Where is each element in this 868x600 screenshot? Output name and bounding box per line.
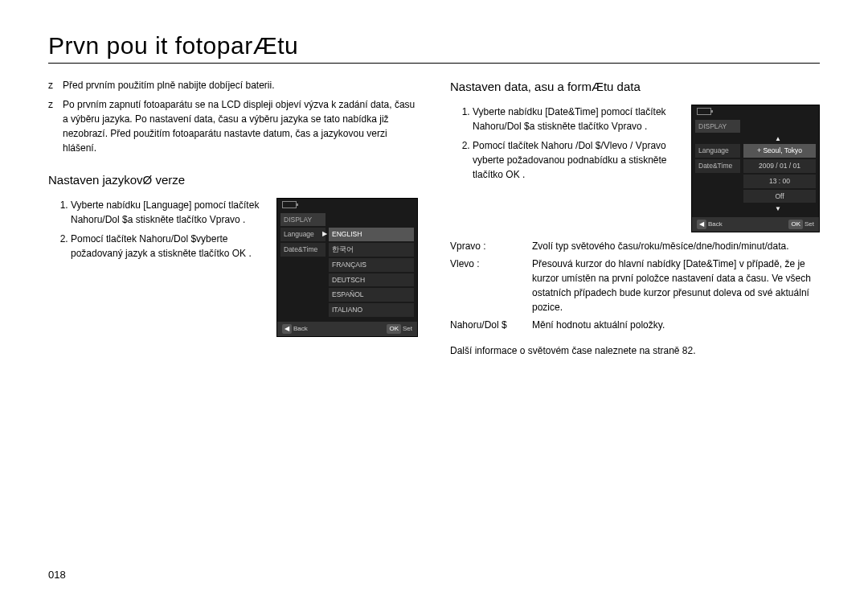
lcd-foot-left: ◀Back [697,220,723,229]
arrow-right-icon: ▶ [322,229,327,239]
direction-table: Vpravo : Zvolí typ světového času/roku/m… [450,239,820,332]
left-content-row: Vyberte nabídku [Language] pomocí tlačít… [48,198,418,337]
lcd-foot-left: ◀Back [282,324,308,334]
lcd-row-value: 한국어 [329,243,414,257]
kv-key: Vpravo : [450,239,522,253]
lcd-row-label: Language [280,228,326,241]
lcd-footer: ◀Back OKSet [692,217,819,232]
left-steps: Vyberte nabídku [Language] pomocí tlačít… [48,198,264,265]
right-content-row: Vyberte nabídku [Date&Time] pomocí tlačí… [450,105,820,233]
kv-row: Vpravo : Zvolí typ světového času/roku/m… [450,239,820,253]
kv-val: Zvolí typ světového času/roku/měsíce/dne… [532,239,820,253]
right-subhead: Nastaven data, asu a formÆtu data [450,78,820,97]
lcd-foot-right: OKSet [788,220,814,229]
kv-row: Nahoru/Dol $ Mění hodnotu aktuální polož… [450,318,820,332]
page-number: 018 [48,569,66,581]
right-column: Nastaven data, asu a formÆtu data Vybert… [450,78,820,358]
lcd-statusbar [277,199,417,212]
lcd-row-value: 13 : 00 [743,175,816,188]
left-subhead: Nastaven jazykovØ verze [48,171,418,190]
page: Prvn pou it fotoparÆtu z Před prvním pou… [0,0,868,600]
lcd-row-value: ▶ENGLISH [329,228,414,241]
lcd-row-label: Language [695,144,740,158]
lcd-heading: DISPLAY [280,213,326,227]
lcd-row-value: Off [743,190,816,203]
triangle-up-icon: ▲ [695,134,816,144]
footnote: Další informace o světovém čase naleznet… [450,343,820,358]
lcd-footer: ◀Back OKSet [277,322,417,336]
right-steps: Vyberte nabídku [Date&Time] pomocí tlačí… [450,105,678,187]
intro-item-2: z Po prvním zapnutí fotoaparátu se na LC… [48,97,418,155]
left-column: z Před prvním použitím plně nabijte dobí… [48,78,418,358]
columns: z Před prvním použitím plně nabijte dobí… [48,78,820,358]
kv-val: Přesouvá kurzor do hlavní nabídky [Date&… [532,257,820,314]
triangle-down-icon: ▼ [695,204,816,214]
left-step-2: Pomocí tlačítek Nahoru/Dol $vyberte poža… [71,232,264,261]
lcd-row-value: + Seoul, Tokyo [743,144,816,158]
page-title: Prvn pou it fotoparÆtu [48,32,820,60]
intro-text-2: Po prvním zapnutí fotoaparátu se na LCD … [63,97,418,155]
lcd-list: DISPLAY Language ▶ENGLISH Date&Time 한국어 … [277,212,417,322]
battery-icon [282,201,297,208]
bullet: z [48,97,56,155]
lcd-datetime: DISPLAY ▲ Language + Seoul, Tokyo Date&T… [691,105,820,233]
kv-key: Vlevo : [450,257,522,314]
lcd-row-value: ITALIANO [329,303,414,317]
right-step-2: Pomocí tlačítek Nahoru /Dol $/Vlevo / Vp… [473,138,678,182]
battery-icon [697,108,711,115]
left-step-1: Vyberte nabídku [Language] pomocí tlačít… [71,198,264,227]
lcd-row-value: DEUTSCH [329,273,414,287]
lcd-row-label: Date&Time [280,243,326,257]
intro-item-1: z Před prvním použitím plně nabijte dobí… [48,78,418,92]
lcd-row-value: ESPAÑOL [329,288,414,302]
lcd-list: DISPLAY ▲ Language + Seoul, Tokyo Date&T… [692,118,819,218]
lcd-language: DISPLAY Language ▶ENGLISH Date&Time 한국어 … [276,198,418,337]
lcd-foot-right: OKSet [387,324,412,334]
title-rule [48,63,820,64]
kv-row: Vlevo : Přesouvá kurzor do hlavní nabídk… [450,257,820,314]
lcd-value-text: ENGLISH [332,230,362,238]
lcd-row-value: FRANÇAIS [329,258,414,272]
lcd-row-value: 2009 / 01 / 01 [743,159,816,173]
right-step-1: Vyberte nabídku [Date&Time] pomocí tlačí… [473,105,678,134]
lcd-heading: DISPLAY [695,120,740,134]
intro-text-1: Před prvním použitím plně nabijte dobíje… [63,78,274,92]
kv-key: Nahoru/Dol $ [450,318,522,332]
bullet: z [48,78,56,92]
lcd-row-label: Date&Time [695,159,740,173]
lcd-statusbar [692,105,819,118]
kv-val: Mění hodnotu aktuální položky. [532,318,820,332]
